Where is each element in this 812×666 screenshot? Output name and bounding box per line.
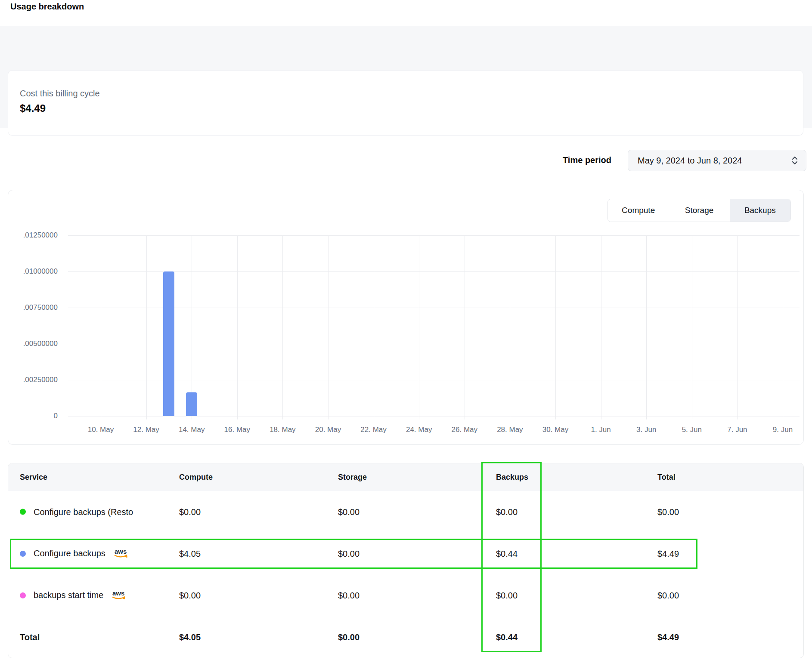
x-axis-tick-label: 14. May bbox=[168, 426, 215, 434]
y-axis-tick-label: .00500000 bbox=[8, 339, 58, 348]
x-axis-tick-label: 30. May bbox=[532, 426, 579, 434]
time-period-select[interactable]: May 9, 2024 to Jun 8, 2024 bbox=[628, 150, 806, 171]
gridline-h bbox=[68, 308, 800, 308]
backups-value: $0.00 bbox=[496, 590, 518, 600]
total-backups-value: $0.44 bbox=[496, 632, 518, 642]
gridline-v bbox=[146, 235, 147, 419]
gridline-v bbox=[692, 235, 692, 419]
compute-value: $0.00 bbox=[179, 590, 201, 600]
series-color-dot bbox=[20, 509, 26, 515]
service-cell: Configure backups (Resto bbox=[20, 507, 133, 517]
usage-table: ServiceComputeStorageBackupsTotal Config… bbox=[8, 463, 804, 658]
y-axis-tick-label: .01000000 bbox=[8, 267, 58, 276]
usage-chart-card: ComputeStorageBackups .01250000.01000000… bbox=[8, 190, 804, 445]
x-axis-tick-label: 10. May bbox=[77, 426, 124, 434]
x-axis-tick-label: 7. Jun bbox=[713, 426, 761, 434]
service-name: backups start time bbox=[34, 590, 103, 600]
service-cell: Configure backupsaws bbox=[20, 548, 130, 559]
column-header-compute: Compute bbox=[179, 463, 213, 491]
x-axis-tick-label: 24. May bbox=[395, 426, 443, 434]
cost-card-label: Cost this billing cycle bbox=[20, 89, 791, 99]
aws-logo-icon: aws bbox=[113, 548, 130, 559]
x-axis-tick-label: 3. Jun bbox=[623, 426, 670, 434]
table-row-2: Configure backupsaws$4.05$0.00$0.44$4.49 bbox=[8, 533, 803, 574]
cost-card-value: $4.49 bbox=[20, 102, 791, 114]
storage-value: $0.00 bbox=[338, 549, 360, 558]
gridline-v bbox=[555, 235, 556, 419]
gridline-v bbox=[646, 235, 647, 419]
total-row-label: Total bbox=[20, 632, 40, 642]
y-axis-tick-label: .00750000 bbox=[8, 303, 58, 312]
gridline-v bbox=[237, 235, 238, 419]
x-axis-tick-label: 18. May bbox=[259, 426, 306, 434]
series-color-dot bbox=[20, 592, 26, 598]
gridline-v bbox=[465, 235, 465, 419]
gridline-v bbox=[374, 235, 374, 419]
gridline-h bbox=[68, 235, 800, 236]
compute-value: $0.00 bbox=[179, 507, 201, 517]
x-axis-tick-label: 1. Jun bbox=[577, 426, 625, 434]
column-header-backups: Backups bbox=[496, 463, 528, 491]
total-storage-value: $0.00 bbox=[338, 632, 360, 642]
page-title: Usage breakdown bbox=[10, 2, 84, 12]
gridline-v bbox=[419, 235, 419, 419]
time-period-value: May 9, 2024 to Jun 8, 2024 bbox=[638, 156, 791, 166]
x-axis-tick-label: 28. May bbox=[486, 426, 533, 434]
billing-summary-section: Cost this billing cycle $4.49 bbox=[0, 26, 812, 128]
service-name: Configure backups (Resto bbox=[34, 507, 133, 517]
gridline-v bbox=[783, 235, 783, 419]
svg-text:aws: aws bbox=[115, 548, 127, 555]
bar-14-may bbox=[186, 392, 197, 416]
gridline-v bbox=[737, 235, 738, 419]
total-total-value: $4.49 bbox=[657, 632, 679, 642]
x-axis-tick-label: 12. May bbox=[123, 426, 170, 434]
series-color-dot bbox=[20, 551, 26, 557]
gridline-v bbox=[510, 235, 510, 419]
gridline-v bbox=[282, 235, 283, 419]
bar-13-may bbox=[163, 271, 174, 416]
service-name: Configure backups bbox=[34, 549, 105, 558]
time-period-label: Time period bbox=[495, 155, 611, 165]
storage-value: $0.00 bbox=[338, 507, 360, 517]
table-total-row: Total$4.05$0.00$0.44$4.49 bbox=[8, 616, 803, 658]
table-row-1: Configure backups (Resto$0.00$0.00$0.00$… bbox=[8, 491, 803, 533]
y-axis-tick-label: 0 bbox=[8, 412, 58, 420]
column-header-storage: Storage bbox=[338, 463, 367, 491]
x-axis-tick-label: 20. May bbox=[304, 426, 352, 434]
svg-text:aws: aws bbox=[112, 590, 124, 597]
x-axis-tick-label: 22. May bbox=[350, 426, 397, 434]
usage-table-header: ServiceComputeStorageBackupsTotal bbox=[8, 463, 803, 491]
cost-card: Cost this billing cycle $4.49 bbox=[8, 70, 803, 136]
total-value: $0.00 bbox=[657, 507, 679, 517]
gridline-v bbox=[101, 235, 101, 419]
usage-bar-chart: .01250000.01000000.00750000.00500000.002… bbox=[8, 190, 803, 444]
total-compute-value: $4.05 bbox=[179, 632, 201, 642]
backups-value: $0.44 bbox=[496, 549, 518, 558]
x-axis-tick-label: 26. May bbox=[441, 426, 488, 434]
gridline-v bbox=[328, 235, 329, 419]
gridline-h bbox=[68, 344, 800, 344]
select-updown-chevrons-icon bbox=[791, 156, 798, 165]
usage-breakdown-page: Usage breakdown Cost this billing cycle … bbox=[0, 0, 812, 666]
column-header-service: Service bbox=[20, 463, 47, 491]
total-value: $4.49 bbox=[657, 549, 679, 558]
y-axis-tick-label: .00250000 bbox=[8, 376, 58, 384]
x-axis-tick-label: 5. Jun bbox=[668, 426, 716, 434]
gridline-v bbox=[192, 235, 192, 419]
compute-value: $4.05 bbox=[179, 549, 201, 558]
backups-value: $0.00 bbox=[496, 507, 518, 517]
gridline-v bbox=[601, 235, 601, 419]
storage-value: $0.00 bbox=[338, 590, 360, 600]
table-row-3: backups start timeaws$0.00$0.00$0.00$0.0… bbox=[8, 574, 803, 616]
service-cell: backups start timeaws bbox=[20, 590, 128, 601]
y-axis-tick-label: .01250000 bbox=[8, 231, 58, 240]
x-axis-tick-label: 9. Jun bbox=[759, 426, 806, 434]
gridline-h bbox=[68, 271, 800, 272]
gridline-h bbox=[68, 416, 800, 416]
aws-logo-icon: aws bbox=[111, 590, 128, 601]
gridline-h bbox=[68, 380, 800, 380]
x-axis-tick-label: 16. May bbox=[214, 426, 261, 434]
total-value: $0.00 bbox=[657, 590, 679, 600]
column-header-total: Total bbox=[657, 463, 676, 491]
